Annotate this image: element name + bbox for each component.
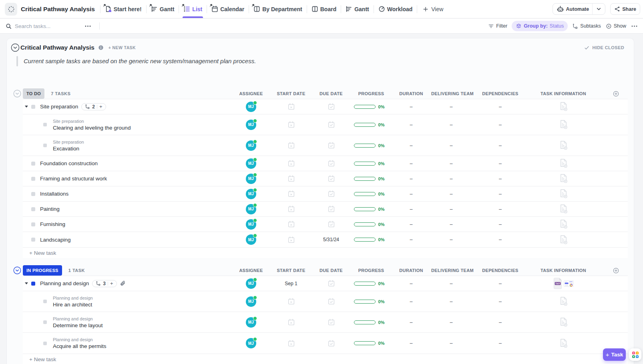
assignee-cell[interactable]: MJ — [231, 189, 271, 199]
task-information-cell[interactable] — [529, 140, 597, 150]
duration-cell[interactable]: – — [391, 237, 431, 242]
task-name[interactable]: Landscaping — [40, 237, 71, 243]
start-date-cell[interactable] — [271, 221, 311, 228]
due-date-cell[interactable] — [311, 319, 351, 326]
delivering-team-cell[interactable]: – — [431, 299, 471, 304]
start-date-cell[interactable] — [271, 160, 311, 167]
duration-cell[interactable]: – — [391, 161, 431, 166]
subtask-row[interactable]: Planning and design Acquire all the perm… — [23, 333, 628, 354]
task-information-cell[interactable] — [529, 317, 597, 327]
assignee-avatar[interactable]: MJ — [246, 278, 256, 289]
duration-cell[interactable]: – — [391, 104, 431, 110]
delivering-team-cell[interactable]: – — [431, 176, 471, 182]
dependencies-cell[interactable]: – — [471, 320, 529, 325]
subtask-name[interactable]: Excavation — [53, 146, 84, 152]
status-square[interactable] — [31, 177, 35, 181]
task-information-cell[interactable] — [529, 219, 597, 229]
subtasks-button[interactable]: Subtasks — [570, 21, 603, 31]
delivering-team-cell[interactable]: – — [431, 320, 471, 325]
assignee-avatar[interactable]: MJ — [246, 296, 256, 307]
assignee-cell[interactable]: MJ — [231, 120, 271, 130]
delivering-team-cell[interactable]: – — [431, 104, 471, 110]
group-collapse-icon[interactable] — [13, 90, 21, 98]
add-subtask-button[interactable]: + — [99, 104, 102, 109]
automate-dropdown[interactable] — [593, 6, 605, 12]
duration-cell[interactable]: – — [391, 191, 431, 197]
group-by-button[interactable]: Group by: Status — [512, 21, 568, 31]
progress-cell[interactable]: 0% — [351, 207, 391, 212]
delivering-team-cell[interactable]: – — [431, 122, 471, 128]
duration-cell[interactable]: – — [391, 222, 431, 227]
subtask-row[interactable]: Site preparation Clearing and leveling t… — [23, 114, 628, 135]
expand-caret-icon[interactable] — [25, 106, 28, 108]
due-date-cell[interactable] — [311, 175, 351, 182]
progress-cell[interactable]: 0% — [351, 104, 391, 109]
task-name[interactable]: Furnishing — [40, 221, 65, 227]
progress-cell[interactable]: 0% — [351, 320, 391, 325]
search-box[interactable] — [6, 23, 75, 29]
task-name[interactable]: Framing and structural work — [40, 176, 107, 182]
progress-cell[interactable]: 0% — [351, 237, 391, 242]
duration-cell[interactable]: – — [391, 320, 431, 325]
due-date-cell[interactable] — [311, 103, 351, 110]
dependencies-cell[interactable]: – — [471, 237, 529, 242]
task-info-doc-icon[interactable] — [559, 189, 568, 199]
due-date-cell[interactable] — [311, 190, 351, 197]
dependencies-cell[interactable]: – — [471, 104, 529, 110]
add-task-row[interactable]: + New task — [23, 354, 628, 364]
task-name[interactable]: Site preparation — [40, 104, 78, 110]
tab-board[interactable]: Board — [307, 0, 341, 18]
collapse-list-icon[interactable] — [11, 43, 20, 52]
progress-cell[interactable]: 0% — [351, 161, 391, 166]
dependencies-cell[interactable]: – — [471, 161, 529, 166]
start-date-cell[interactable]: Sep 1 — [271, 281, 311, 286]
assignee-avatar[interactable]: MJ — [246, 140, 256, 151]
due-date-cell[interactable] — [311, 206, 351, 212]
status-square[interactable] — [31, 207, 35, 211]
status-square[interactable] — [43, 320, 47, 324]
app-grid-button[interactable] — [629, 348, 641, 361]
due-date-cell[interactable] — [311, 298, 351, 305]
tab-gantt[interactable]: Gantt — [147, 0, 179, 18]
more-options-button[interactable] — [629, 21, 638, 31]
image-attachment-thumbnail[interactable] — [564, 280, 574, 287]
task-info-doc-icon[interactable] — [559, 296, 568, 306]
column-header-due-date[interactable]: DUE DATE — [311, 268, 351, 273]
task-information-cell[interactable] — [529, 296, 597, 306]
delivering-team-cell[interactable]: – — [431, 340, 471, 346]
task-information-cell[interactable] — [529, 235, 597, 245]
delivering-team-cell[interactable]: – — [431, 281, 471, 286]
status-badge[interactable]: IN PROGRESS — [23, 265, 62, 276]
show-button[interactable]: Show — [603, 21, 629, 31]
add-column-button[interactable] — [601, 91, 631, 97]
duration-cell[interactable]: – — [391, 281, 431, 286]
add-view-button[interactable]: View — [417, 0, 449, 18]
dependencies-cell[interactable]: – — [471, 191, 529, 197]
add-task-fab[interactable]: + Task — [603, 348, 626, 361]
task-row[interactable]: Installations + MJ 0% – – – — [23, 186, 628, 202]
start-date-cell[interactable] — [271, 121, 311, 128]
due-date-cell[interactable] — [311, 160, 351, 167]
tab-workload[interactable]: Workload — [374, 0, 417, 18]
dependencies-cell[interactable]: – — [471, 281, 529, 286]
start-date-cell[interactable] — [271, 142, 311, 149]
assignee-avatar[interactable]: MJ — [246, 174, 256, 184]
duration-cell[interactable]: – — [391, 143, 431, 148]
subtask-name[interactable]: Determine the layout — [53, 322, 103, 328]
assignee-avatar[interactable]: MJ — [246, 189, 256, 199]
due-date-cell[interactable] — [311, 280, 351, 287]
column-header-start-date[interactable]: START DATE — [271, 91, 311, 96]
task-info-doc-icon[interactable] — [559, 120, 568, 130]
column-header-start-date[interactable]: START DATE — [271, 268, 311, 273]
status-badge[interactable]: TO DO — [23, 88, 44, 99]
task-name[interactable]: Installations — [40, 191, 68, 197]
share-button[interactable]: Share — [610, 3, 640, 15]
start-date-cell[interactable] — [271, 206, 311, 212]
column-header-progress[interactable]: PROGRESS — [351, 91, 391, 96]
assignee-avatar[interactable]: MJ — [246, 219, 256, 230]
duration-cell[interactable]: – — [391, 206, 431, 212]
progress-cell[interactable]: 0% — [351, 341, 391, 346]
assignee-avatar[interactable]: MJ — [246, 102, 256, 112]
column-header-assignee[interactable]: ASSIGNEE — [231, 268, 271, 273]
assignee-cell[interactable]: MJ — [231, 338, 271, 348]
